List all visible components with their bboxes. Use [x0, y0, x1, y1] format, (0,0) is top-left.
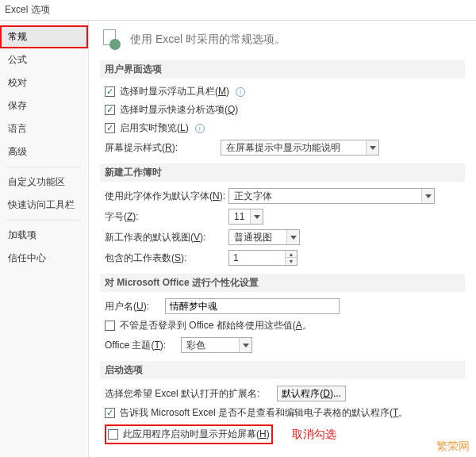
row-tell-default: 告诉我 Microsoft Excel 是否不是查看和编辑电子表格的默认程序(T…	[105, 406, 465, 420]
chevron-down-icon	[286, 230, 299, 244]
window-title: Excel 选项	[0, 0, 476, 21]
content-pane: 使用 Excel 时采用的常规选项。 用户界面选项 选择时显示浮动工具栏(M) …	[89, 21, 476, 457]
options-icon	[100, 29, 122, 51]
sidebar-item-addins[interactable]: 加载项	[0, 224, 88, 247]
label-font-size: 字号(Z):	[105, 210, 224, 224]
label-always-use-values: 不管是否登录到 Office 都始终使用这些值(A。	[120, 319, 312, 332]
select-font-size[interactable]: 11	[228, 209, 263, 225]
info-icon: i	[195, 124, 205, 133]
row-always-use-values: 不管是否登录到 Office 都始终使用这些值(A。	[105, 319, 465, 332]
label-quick-analysis: 选择时显示快速分析选项(Q)	[120, 103, 238, 117]
chevron-down-icon	[366, 140, 378, 155]
label-default-extensions: 选择您希望 Excel 默认打开的扩展名:	[105, 387, 259, 401]
annotation-text: 取消勾选	[292, 428, 336, 442]
sidebar-divider	[6, 220, 82, 221]
sidebar-item-proofing[interactable]: 校对	[0, 71, 88, 94]
label-live-preview: 启用实时预览(L)	[120, 121, 189, 135]
watermark: 繁荣网	[436, 440, 470, 454]
annotation-box: 此应用程序启动时显示开始屏幕(H)	[105, 424, 273, 444]
label-username: 用户名(U):	[105, 300, 160, 313]
label-mini-toolbar: 选择时显示浮动工具栏(M)	[120, 85, 229, 98]
info-icon: i	[236, 87, 245, 97]
label-show-start-screen: 此应用程序启动时显示开始屏幕(H)	[123, 428, 270, 441]
sidebar-item-customize-ribbon[interactable]: 自定义功能区	[0, 171, 88, 194]
row-username: 用户名(U):	[105, 298, 465, 314]
checkbox-show-start-screen[interactable]	[108, 429, 118, 440]
sidebar-item-save[interactable]: 保存	[0, 94, 88, 117]
sidebar-item-advanced[interactable]: 高级	[0, 140, 88, 163]
row-quick-analysis: 选择时显示快速分析选项(Q)	[105, 103, 465, 117]
row-default-extensions: 选择您希望 Excel 默认打开的扩展名: 默认程序(D)...	[105, 386, 465, 401]
row-mini-toolbar: 选择时显示浮动工具栏(M) i	[105, 85, 465, 98]
sidebar: 常规 公式 校对 保存 语言 高级 自定义功能区 快速访问工具栏 加载项 信任中…	[0, 21, 89, 457]
label-sheet-count: 包含的工作表数(S):	[105, 252, 224, 265]
checkbox-mini-toolbar[interactable]	[105, 86, 115, 97]
sidebar-item-quick-access[interactable]: 快速访问工具栏	[0, 194, 88, 217]
chevron-down-icon	[421, 189, 434, 203]
section-startup: 启动选项	[100, 361, 465, 379]
checkbox-tell-default[interactable]	[105, 408, 115, 418]
intro-text: 使用 Excel 时采用的常规选项。	[130, 33, 286, 47]
main-container: 常规 公式 校对 保存 语言 高级 自定义功能区 快速访问工具栏 加载项 信任中…	[0, 21, 476, 457]
label-tell-default: 告诉我 Microsoft Excel 是否不是查看和编辑电子表格的默认程序(T…	[120, 406, 408, 420]
checkbox-live-preview[interactable]	[105, 123, 115, 133]
spinner-sheet-count[interactable]: 1 ▲▼	[228, 250, 298, 266]
sidebar-divider	[6, 167, 82, 167]
row-sheet-count: 包含的工作表数(S): 1 ▲▼	[105, 250, 465, 266]
chevron-down-icon	[250, 209, 263, 224]
spinner-up-icon[interactable]: ▲	[286, 251, 297, 258]
default-programs-button[interactable]: 默认程序(D)...	[277, 386, 346, 401]
sidebar-item-formulas[interactable]: 公式	[0, 48, 88, 71]
intro-row: 使用 Excel 时采用的常规选项。	[100, 29, 465, 51]
spinner-down-icon[interactable]: ▼	[286, 258, 297, 265]
section-personalize: 对 Microsoft Office 进行个性化设置	[100, 274, 465, 292]
row-live-preview: 启用实时预览(L) i	[105, 121, 465, 135]
section-ui-options: 用户界面选项	[100, 60, 465, 79]
select-office-theme[interactable]: 彩色	[181, 337, 252, 353]
checkbox-always-use-values[interactable]	[105, 321, 115, 331]
checkbox-quick-analysis[interactable]	[105, 105, 115, 115]
label-default-view: 新工作表的默认视图(V):	[105, 231, 224, 244]
label-screentip-style: 屏幕提示样式(R):	[105, 141, 216, 155]
row-default-font: 使用此字体作为默认字体(N): 正文字体	[105, 188, 465, 204]
label-office-theme: Office 主题(T):	[105, 339, 176, 352]
input-username[interactable]	[165, 298, 340, 314]
select-default-view[interactable]: 普通视图	[228, 229, 300, 245]
row-font-size: 字号(Z): 11	[105, 209, 465, 225]
label-default-font: 使用此字体作为默认字体(N):	[105, 190, 224, 203]
select-screentip-style[interactable]: 在屏幕提示中显示功能说明	[221, 140, 379, 156]
row-show-start-screen: 此应用程序启动时显示开始屏幕(H) 取消勾选	[105, 424, 465, 444]
row-screentip-style: 屏幕提示样式(R): 在屏幕提示中显示功能说明	[105, 140, 465, 156]
sidebar-item-general[interactable]: 常规	[0, 25, 88, 48]
chevron-down-icon	[239, 338, 251, 352]
select-default-font[interactable]: 正文字体	[228, 188, 435, 204]
row-office-theme: Office 主题(T): 彩色	[105, 337, 465, 353]
sidebar-item-trust-center[interactable]: 信任中心	[0, 247, 88, 270]
row-default-view: 新工作表的默认视图(V): 普通视图	[105, 229, 465, 245]
section-new-workbook: 新建工作簿时	[100, 163, 465, 182]
sidebar-item-language[interactable]: 语言	[0, 117, 88, 140]
